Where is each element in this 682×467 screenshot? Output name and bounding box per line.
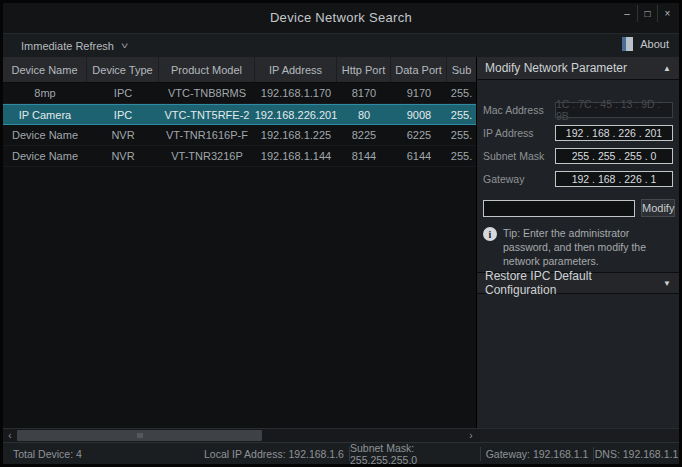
window-title: Device Network Search [3,10,679,25]
status-bar: Total Device: 4 Local IP Address: 192.16… [3,442,679,464]
ip-address-field[interactable]: 192 . 168 . 226 . 201 [555,125,673,141]
scroll-row: ‹ › [3,428,679,442]
close-icon: × [665,8,671,19]
cell-device-name: Device Name [3,125,87,145]
cell-subnet: 255. [447,125,476,145]
panel-header[interactable]: Modify Network Parameter ▲ [477,57,679,80]
gateway-row: Gateway 192 . 168 . 226 . 1 [483,171,673,187]
cell-data-port: 9008 [391,105,447,124]
scrollbar-thumb[interactable] [17,430,262,441]
about-button[interactable]: About [622,37,669,51]
table-row[interactable]: 8mp IPC VTC-TNB8RMS 192.168.1.170 8170 9… [3,83,476,104]
col-data-port[interactable]: Data Port [391,57,447,82]
title-bar: Device Network Search – □ × [3,3,679,33]
cell-http-port: 80 [337,105,391,124]
subnet-mask-label: Subnet Mask [483,150,555,162]
col-http-port[interactable]: Http Port [337,57,391,82]
status-gateway: Gateway: 192.168.1.1 [481,443,593,464]
refresh-dropdown[interactable]: Immediate Refresh ˅ [21,40,127,52]
cell-subnet: 255. [447,83,476,103]
app-window: Device Network Search – □ × Immediate Re… [0,0,682,467]
app-inner: Device Network Search – □ × Immediate Re… [3,3,679,464]
status-total-device: Total Device: 4 [3,443,199,464]
table-row-selected[interactable]: IP Camera IPC VTC-TNT5RFE-2 192.168.226.… [3,104,476,125]
cell-device-type: NVR [87,146,159,166]
subnet-mask-field[interactable]: 255 . 255 . 255 . 0 [555,148,673,164]
password-input[interactable] [483,200,635,217]
password-line: Modify [483,199,673,217]
gateway-label: Gateway [483,173,555,185]
cell-device-type: IPC [87,83,159,103]
info-icon: i [483,227,497,241]
about-label: About [640,38,669,50]
cell-product-model: VT-TNR1616P-F [159,125,255,145]
scroll-right-arrow[interactable]: › [464,429,478,442]
modify-button[interactable]: Modify [641,199,675,217]
cell-product-model: VTC-TNB8RMS [159,83,255,103]
status-subnet-mask: Subnet Mask: 255.255.255.0 [350,443,480,464]
table-row[interactable]: Device Name NVR VT-TNR1616P-F 192.168.1.… [3,125,476,146]
status-local-ip: Local IP Address: 192.168.1.6 [199,443,349,464]
mac-address-field: 1C : 7C : 45 : 13 : 9D : 9B [555,102,673,118]
restore-title: Restore IPC Default Configuration [485,269,663,297]
col-device-type[interactable]: Device Type [87,57,159,82]
maximize-button[interactable]: □ [637,5,657,22]
mac-address-label: Mac Address [483,104,555,116]
expand-down-icon: ▼ [663,279,671,288]
cell-data-port: 9170 [391,83,447,103]
col-device-name[interactable]: Device Name [3,57,87,82]
status-dns: DNS: 192.168.1.1 [594,443,679,464]
refresh-label: Immediate Refresh [21,40,114,52]
collapse-up-icon: ▲ [663,64,671,73]
cell-device-name: IP Camera [3,105,87,124]
scroll-left-arrow[interactable]: ‹ [3,429,17,442]
horizontal-scrollbar[interactable]: ‹ › [3,428,480,442]
maximize-icon: □ [644,8,650,19]
modify-network-panel: Modify Network Parameter ▲ Mac Address 1… [476,57,679,428]
network-form: Mac Address 1C : 7C : 45 : 13 : 9D : 9B … [477,80,679,187]
scrollbar-grip [137,433,143,438]
tip-block: i Tip: Enter the administrator password,… [483,226,673,269]
cell-product-model: VT-TNR3216P [159,146,255,166]
cell-http-port: 8225 [337,125,391,145]
cell-device-name: 8mp [3,83,87,103]
table-row[interactable]: Device Name NVR VT-TNR3216P 192.168.1.14… [3,146,476,167]
table-header: Device Name Device Type Product Model IP… [3,57,476,83]
close-button[interactable]: × [657,5,677,22]
about-icon [622,37,633,51]
chevron-down-icon: ˅ [121,41,128,51]
cell-http-port: 8144 [337,146,391,166]
cell-ip-address: 192.168.1.144 [255,146,337,166]
cell-ip-address: 192.168.1.225 [255,125,337,145]
mac-address-row: Mac Address 1C : 7C : 45 : 13 : 9D : 9B [483,102,673,118]
toolbar: Immediate Refresh ˅ About [3,33,679,57]
restore-section-header[interactable]: Restore IPC Default Configuration ▼ [477,272,679,294]
cell-ip-address: 192.168.1.170 [255,83,337,103]
tip-text: Tip: Enter the administrator password, a… [503,226,673,269]
cell-device-type: IPC [87,105,159,124]
ip-address-row: IP Address 192 . 168 . 226 . 201 [483,125,673,141]
panel-title: Modify Network Parameter [485,61,663,75]
cell-device-type: NVR [87,125,159,145]
gateway-field[interactable]: 192 . 168 . 226 . 1 [555,171,673,187]
subnet-mask-row: Subnet Mask 255 . 255 . 255 . 0 [483,148,673,164]
col-ip-address[interactable]: IP Address [255,57,337,82]
main-region: Device Name Device Type Product Model IP… [3,57,679,428]
minimize-button[interactable]: – [617,5,637,22]
scroll-filler [480,428,679,442]
minimize-icon: – [624,8,630,19]
device-table: Device Name Device Type Product Model IP… [3,57,476,428]
cell-data-port: 6144 [391,146,447,166]
cell-ip-address: 192.168.226.201 [255,105,337,124]
cell-product-model: VTC-TNT5RFE-2 [159,105,255,124]
cell-subnet: 255. [447,105,476,124]
cell-device-name: Device Name [3,146,87,166]
cell-data-port: 6225 [391,125,447,145]
window-controls: – □ × [617,5,677,22]
ip-address-label: IP Address [483,127,555,139]
col-subnet[interactable]: Sub [447,57,476,82]
col-product-model[interactable]: Product Model [159,57,255,82]
cell-http-port: 8170 [337,83,391,103]
cell-subnet: 255. [447,146,476,166]
